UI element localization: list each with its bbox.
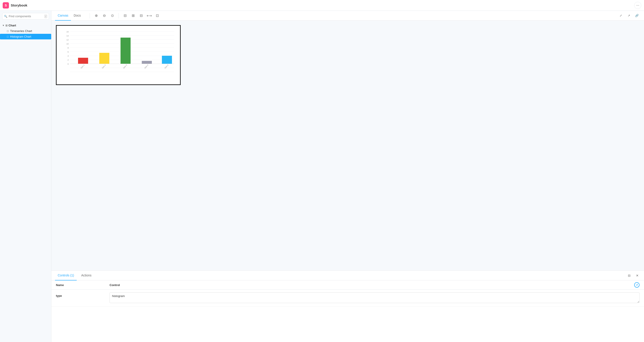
controls-col-name: Name [56, 283, 110, 287]
story-icon-histogram: ◻ [7, 35, 9, 38]
sidebar: 🔍 / ▼ ⊞ Chart ◻ Timeseries Chart ◻ Histo… [0, 11, 52, 342]
outline-view-button[interactable]: ⊡ [154, 12, 161, 19]
svg-text:type-5: type-5 [164, 64, 169, 69]
controls-col-control: Control [110, 283, 634, 287]
image-view-button[interactable]: ⊟ [122, 12, 128, 19]
svg-text:type-1: type-1 [80, 64, 85, 69]
tree-group-label: Chart [8, 24, 16, 27]
table-view-button[interactable]: ⊟ [138, 12, 145, 19]
canvas-area[interactable]: 16 14 12 10 8 6 4 2 0 type-1 [52, 21, 644, 270]
panel-expand-button[interactable]: ⊟ [626, 272, 632, 279]
type-textarea[interactable] [110, 292, 640, 303]
svg-text:8: 8 [68, 47, 69, 49]
svg-text:12: 12 [66, 39, 69, 41]
header: S Storybook ··· [0, 0, 644, 11]
grid-view-button[interactable]: ⊞ [130, 12, 137, 19]
tab-controls[interactable]: Controls (1) [55, 271, 77, 280]
bottom-panel: Controls (1) Actions ⊟ ✕ Name Control ↺ [52, 270, 644, 342]
bar-type3 [120, 38, 130, 64]
zoom-reset-button[interactable]: ⊙ [109, 12, 116, 19]
svg-text:6: 6 [68, 51, 69, 53]
canvas-frame: 16 14 12 10 8 6 4 2 0 type-1 [56, 25, 181, 85]
panel-close-button[interactable]: ✕ [634, 272, 640, 279]
svg-text:type-3: type-3 [122, 64, 128, 69]
controls-table-header: Name Control ↺ [52, 280, 644, 290]
toolbar-divider-2 [118, 13, 119, 18]
bar-type5 [162, 56, 172, 64]
story-icon-timeseries: ◻ [7, 30, 9, 33]
sidebar-item-timeseries[interactable]: ◻ Timeseries Chart [0, 28, 51, 34]
bar-type1 [78, 58, 88, 64]
logo: S Storybook [3, 2, 27, 9]
svg-text:14: 14 [66, 35, 69, 37]
controls-row-type: type [52, 290, 644, 307]
new-tab-button[interactable]: ↗ [625, 12, 632, 19]
content-area: Canvas Docs ⊕ ⊖ ⊙ ⊟ ⊞ ⊟ ⟷ ⊡ ⤢ ↗ 🔗 [52, 11, 644, 342]
sidebar-item-label-timeseries: Timeseries Chart [10, 29, 32, 33]
svg-text:2: 2 [68, 59, 69, 61]
svg-text:4: 4 [68, 55, 69, 57]
svg-text:16: 16 [66, 31, 69, 33]
chart-svg: 16 14 12 10 8 6 4 2 0 type-1 [60, 29, 176, 81]
zoom-out-button[interactable]: ⊖ [100, 12, 108, 19]
search-input[interactable] [2, 13, 49, 20]
share-button[interactable]: 🔗 [633, 12, 640, 19]
controls-header-reset: ↺ [634, 282, 640, 288]
main-layout: 🔍 / ▼ ⊞ Chart ◻ Timeseries Chart ◻ Histo… [0, 11, 644, 342]
tree-group-chart: ▼ ⊞ Chart ◻ Timeseries Chart ◻ Histogram… [0, 23, 51, 39]
zoom-in-button[interactable]: ⊕ [92, 12, 100, 19]
search-bar: 🔍 / [2, 13, 49, 20]
tree-group-header[interactable]: ▼ ⊞ Chart [0, 23, 51, 28]
search-shortcut: / [44, 15, 47, 18]
svg-text:type-2: type-2 [101, 64, 106, 69]
tab-canvas[interactable]: Canvas [55, 11, 71, 21]
tree-group-icon: ⊞ [5, 24, 8, 27]
svg-text:10: 10 [66, 43, 69, 45]
bar-type4 [142, 61, 152, 64]
sidebar-item-histogram[interactable]: ◻ Histogram Chart [0, 34, 51, 39]
toolbar: Canvas Docs ⊕ ⊖ ⊙ ⊟ ⊞ ⊟ ⟷ ⊡ ⤢ ↗ 🔗 [52, 11, 644, 21]
fullscreen-button[interactable]: ⤢ [617, 12, 624, 19]
toolbar-divider [90, 13, 90, 18]
control-name-type: type [56, 292, 110, 297]
search-icon: 🔍 [4, 15, 8, 18]
reset-controls-button[interactable]: ↺ [634, 282, 640, 288]
bottom-tabs: Controls (1) Actions ⊟ ✕ [52, 271, 644, 280]
histogram-chart: 16 14 12 10 8 6 4 2 0 type-1 [60, 29, 176, 81]
controls-table: Name Control ↺ type [52, 280, 644, 342]
measure-view-button[interactable]: ⟷ [146, 12, 153, 19]
bar-type2 [99, 53, 109, 64]
bottom-panel-right-buttons: ⊟ ✕ [626, 272, 640, 279]
sidebar-item-label-histogram: Histogram Chart [10, 35, 31, 38]
tab-actions[interactable]: Actions [78, 271, 94, 280]
control-value-type [110, 292, 640, 304]
header-menu-button[interactable]: ··· [634, 2, 641, 9]
tree-collapse-arrow: ▼ [2, 24, 4, 27]
svg-text:0: 0 [68, 63, 69, 65]
toolbar-tabs: Canvas Docs [55, 11, 84, 21]
svg-text:type-4: type-4 [144, 64, 149, 69]
tab-docs[interactable]: Docs [71, 11, 84, 21]
logo-icon: S [3, 2, 9, 9]
app-title: Storybook [11, 3, 27, 7]
sidebar-tree: ▼ ⊞ Chart ◻ Timeseries Chart ◻ Histogram… [0, 22, 51, 40]
